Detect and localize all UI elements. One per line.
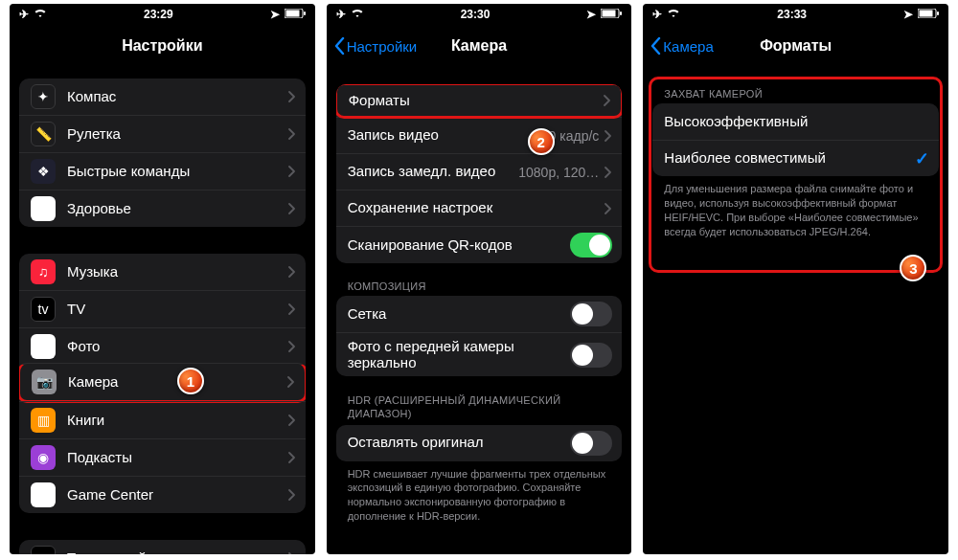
chevron-right-icon [288,266,296,278]
provider-icon: ⇆ [31,546,56,554]
airplane-icon: ✈︎ [652,8,662,21]
svg-rect-7 [920,11,933,17]
camera-icon: 📷 [32,370,57,394]
toggle-switch[interactable] [570,343,612,368]
location-icon: ➤ [586,8,596,21]
settings-row[interactable]: Запись замедл. видео1080p, 120… [336,153,623,190]
wifi-icon [351,8,364,21]
chevron-right-icon [288,414,296,426]
settings-row[interactable]: ▥Книги [19,401,306,438]
phone-formats: ✈︎ 23:33 ➤ Камера Форматы ЗАХВАТ КАМЕРОЙ… [643,4,948,554]
airplane-icon: ✈︎ [336,8,346,21]
svg-rect-8 [937,11,939,15]
settings-row[interactable]: 📷Камера [19,363,306,403]
toggle-switch[interactable] [570,431,612,456]
settings-content[interactable]: ✦Компас📏Рулетка❖Быстрые команды♥Здоровье… [10,67,315,554]
row-label: Запись видео [348,127,541,144]
chevron-right-icon [604,130,612,142]
row-label: Рулетка [67,126,288,143]
wifi-icon [34,8,47,21]
compass-icon: ✦ [31,84,56,109]
option-row[interactable]: Высокоэффективный [652,103,939,140]
camera-content[interactable]: ФорматыЗапись видео60 кадр/сЗапись замед… [327,67,632,554]
chevron-right-icon [288,166,296,177]
settings-group-media: ♫МузыкаtvTV✿Фото📷Камера▥Книги◉Подкасты●●… [19,254,306,513]
shortcuts-icon: ❖ [31,159,56,184]
chevron-right-icon [288,128,296,140]
chevron-right-icon [287,376,295,388]
settings-row[interactable]: ❖Быстрые команды [19,152,306,190]
settings-row[interactable]: ♫Музыка [19,254,306,290]
status-bar: ✈︎ 23:30 ➤ [327,4,632,25]
gamecenter-icon: ●● [31,482,56,507]
camera-group-hdr: Оставлять оригинал [336,425,623,461]
settings-row[interactable]: ◉Подкасты [19,438,306,476]
option-row[interactable]: Наиболее совместимый✓ [652,140,939,176]
chevron-right-icon [604,203,612,214]
row-label: Наиболее совместимый [664,150,915,167]
settings-row[interactable]: ●●Game Center [19,476,306,513]
settings-row[interactable]: tvTV [19,290,306,327]
row-label: Быстрые команды [67,164,288,180]
status-bar: ✈︎ 23:29 ➤ [10,4,315,25]
toggle-switch[interactable] [570,233,612,258]
camera-group-composition: СеткаФото с передней камеры зеркально [336,296,623,376]
measure-icon: 📏 [31,122,56,146]
checkmark-icon: ✓ [915,148,929,169]
airplane-icon: ✈︎ [19,8,29,21]
settings-row[interactable]: Фото с передней камеры зеркально [336,332,623,376]
formats-group-capture: ВысокоэффективныйНаиболее совместимый✓ [652,103,939,176]
settings-row[interactable]: 📏Рулетка [19,115,306,152]
status-bar: ✈︎ 23:33 ➤ [643,4,948,25]
status-time: 23:29 [129,8,187,21]
row-label: Форматы [349,93,604,109]
svg-rect-2 [304,11,306,15]
chevron-right-icon [288,341,296,352]
row-label: Подкасты [67,450,288,466]
music-icon: ♫ [31,259,56,284]
row-label: Фото [67,339,288,355]
settings-group-provider: ⇆Телепровайдер [19,540,306,554]
row-label: Запись замедл. видео [348,164,519,180]
settings-row[interactable]: Форматы [336,84,623,119]
battery-icon [285,8,306,21]
settings-row[interactable]: Сканирование QR-кодов [336,226,623,263]
settings-row[interactable]: Оставлять оригинал [336,425,623,461]
svg-rect-5 [620,11,622,15]
battery-icon [918,8,939,21]
back-button[interactable]: Настройки [334,37,418,55]
svg-rect-1 [285,11,299,17]
settings-row[interactable]: Сохранение настроек [336,190,623,226]
row-label: Оставлять оригинал [348,435,571,451]
row-label: Музыка [67,264,288,280]
location-icon: ➤ [903,8,913,21]
chevron-right-icon [288,203,296,214]
photos-icon: ✿ [31,334,56,359]
row-label: TV [67,302,288,318]
settings-row[interactable]: ⇆Телепровайдер [19,540,306,554]
row-label: Высокоэффективный [664,114,929,130]
section-footer-hdr: HDR смешивает лучшие фрагменты трех отде… [348,467,611,524]
callout-badge-1: 1 [177,368,204,394]
settings-row[interactable]: Запись видео60 кадр/с [336,117,623,153]
back-button[interactable]: Камера [650,37,713,55]
formats-content[interactable]: ЗАХВАТ КАМЕРОЙ ВысокоэффективныйНаиболее… [643,67,948,554]
settings-row[interactable]: ♥Здоровье [19,190,306,227]
status-time: 23:33 [764,8,821,21]
row-label: Телепровайдер [67,550,288,554]
tv-icon: tv [31,297,56,322]
podcasts-icon: ◉ [31,445,56,470]
row-label: Сохранение настроек [348,200,605,216]
section-header-composition: КОМПОЗИЦИЯ [348,280,611,292]
settings-row[interactable]: ✿Фото [19,327,306,365]
camera-group-main: ФорматыЗапись видео60 кадр/сЗапись замед… [336,84,623,263]
settings-row[interactable]: Сетка [336,296,623,332]
row-label: Сканирование QR-кодов [348,237,571,254]
chevron-right-icon [604,95,611,106]
settings-row[interactable]: ✦Компас [19,78,306,115]
svg-rect-4 [603,11,616,17]
row-label: Книги [67,413,288,429]
toggle-switch[interactable] [570,302,612,326]
row-detail: 1080p, 120… [518,165,599,180]
chevron-right-icon [288,552,296,554]
